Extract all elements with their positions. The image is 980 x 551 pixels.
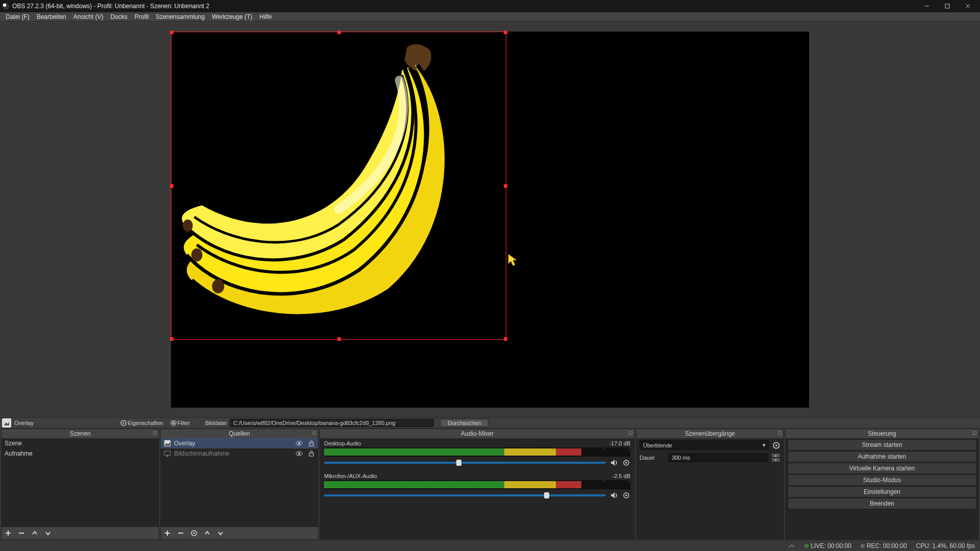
source-item[interactable]: Bildschirmaufnahme <box>161 448 318 459</box>
svg-point-10 <box>122 422 124 424</box>
image-path-field[interactable]: C:/Users/wtf82/OneDrive/Desktop/banana-g… <box>230 419 434 427</box>
exit-button[interactable]: Beenden <box>788 498 976 509</box>
menu-profile[interactable]: Profil <box>131 13 152 20</box>
add-source-button[interactable] <box>164 530 171 537</box>
gear-icon[interactable] <box>622 459 630 467</box>
audio-mixer-dock: Audio-Mixer ◻ Desktop-Audio -17.0 dB Mik… <box>320 429 635 540</box>
menu-file[interactable]: Datei (F) <box>2 13 33 20</box>
lock-icon[interactable] <box>308 440 315 447</box>
settings-button[interactable]: Einstellungen <box>788 486 976 497</box>
source-label: Bildschirmaufnahme <box>174 450 230 457</box>
rec-status: REC: 00:00:00 <box>867 542 907 549</box>
gear-icon[interactable] <box>622 491 630 499</box>
speaker-icon[interactable] <box>610 459 618 467</box>
selected-source-name: Overlay <box>14 420 34 426</box>
svg-point-31 <box>193 533 195 534</box>
popout-icon[interactable]: ◻ <box>153 430 157 435</box>
filters-button[interactable]: Filter <box>168 420 192 426</box>
start-recording-button[interactable]: Aufnahme starten <box>788 451 976 462</box>
menu-scene-collection[interactable]: Szenensammlung <box>152 13 208 20</box>
svg-point-37 <box>625 494 627 496</box>
add-scene-button[interactable] <box>5 530 12 537</box>
studio-mode-button[interactable]: Studio-Modus <box>788 474 976 486</box>
mixer-header[interactable]: Audio-Mixer ◻ <box>320 429 634 438</box>
menu-docks[interactable]: Docks <box>107 13 131 20</box>
close-button[interactable] <box>958 0 978 12</box>
controls-title: Steuerung <box>868 430 896 437</box>
browse-button[interactable]: Durchsuchen <box>440 419 488 427</box>
popout-icon[interactable]: ◻ <box>973 430 976 435</box>
svg-point-34 <box>625 462 627 464</box>
transitions-header[interactable]: Szenenübergänge ◻ <box>636 429 783 438</box>
minimize-button[interactable] <box>917 0 937 12</box>
gear-icon[interactable] <box>772 441 780 449</box>
svg-point-20 <box>298 442 300 444</box>
menu-help[interactable]: Hilfe <box>256 13 275 20</box>
controls-dock: Steuerung ◻ Stream starten Aufnahme star… <box>785 429 979 540</box>
menu-edit[interactable]: Bearbeiten <box>33 13 70 20</box>
volume-meter <box>324 480 630 489</box>
resize-handle[interactable] <box>337 337 341 341</box>
scene-down-button[interactable] <box>44 530 52 537</box>
transitions-title: Szenenübergänge <box>685 430 735 437</box>
resize-handle[interactable] <box>170 184 174 188</box>
source-toolbar: Overlay Eigenschaften Filter Bilddatei C… <box>0 417 980 429</box>
scene-item[interactable]: Aufnahme <box>2 448 159 459</box>
source-down-button[interactable] <box>217 530 224 537</box>
scenes-title: Szenen <box>70 430 91 437</box>
volume-slider[interactable] <box>324 462 606 464</box>
preview-area[interactable] <box>0 21 980 417</box>
popout-icon[interactable]: ◻ <box>312 430 316 435</box>
menu-tools[interactable]: Werkzeuge (T) <box>208 13 256 20</box>
resize-handle[interactable] <box>504 337 507 341</box>
source-up-button[interactable] <box>204 530 211 537</box>
maximize-button[interactable] <box>937 0 958 12</box>
svg-point-6 <box>212 279 224 293</box>
preview-canvas[interactable] <box>171 32 809 408</box>
speaker-icon[interactable] <box>610 491 618 499</box>
scene-up-button[interactable] <box>31 530 38 537</box>
sources-dock: Quellen ◻ Overlay Bildschirmaufnahme <box>160 429 318 540</box>
duration-field[interactable]: 300 ms <box>668 453 768 462</box>
properties-button[interactable]: Eigenschaften <box>118 420 165 426</box>
svg-point-39 <box>775 444 777 446</box>
scenes-dock: Szenen ◻ Szene Aufnahme <box>1 429 159 540</box>
volume-slider[interactable] <box>324 494 606 496</box>
gear-icon <box>120 420 127 426</box>
resize-handle[interactable] <box>170 337 174 341</box>
resize-handle[interactable] <box>504 31 507 34</box>
scene-item[interactable]: Szene <box>2 438 159 448</box>
svg-rect-22 <box>164 451 170 455</box>
lock-icon[interactable] <box>308 450 315 457</box>
transition-select[interactable]: Überblende ▾ <box>640 440 769 450</box>
scenes-header[interactable]: Szenen ◻ <box>2 429 159 438</box>
svg-rect-1 <box>945 4 949 8</box>
svg-marker-32 <box>611 460 615 466</box>
visibility-icon[interactable] <box>296 440 303 447</box>
duration-value: 300 ms <box>672 455 690 461</box>
resize-handle[interactable] <box>337 31 341 34</box>
sources-header[interactable]: Quellen ◻ <box>161 429 318 438</box>
popout-icon[interactable]: ◻ <box>778 430 781 435</box>
source-item[interactable]: Overlay <box>161 438 318 448</box>
channel-level: -17.0 dB <box>609 440 630 446</box>
resize-handle[interactable] <box>504 184 507 188</box>
resize-handle[interactable] <box>170 31 174 34</box>
popout-icon[interactable]: ◻ <box>629 430 632 435</box>
controls-header[interactable]: Steuerung ◻ <box>786 429 978 438</box>
menubar: Datei (F) Bearbeiten Ansicht (V) Docks P… <box>0 12 980 21</box>
svg-point-25 <box>298 453 300 455</box>
visibility-icon[interactable] <box>296 450 303 457</box>
source-properties-button[interactable] <box>190 530 198 537</box>
mixer-channel: Desktop-Audio -17.0 dB <box>320 438 634 471</box>
remove-source-button[interactable] <box>177 530 184 537</box>
mixer-channel: Mikrofon-/AUX-Audio -2.5 dB <box>320 471 634 504</box>
start-virtual-cam-button[interactable]: Virtuelle Kamera starten <box>788 463 976 474</box>
start-stream-button[interactable]: Stream starten <box>788 439 976 450</box>
menu-view[interactable]: Ansicht (V) <box>70 13 107 20</box>
selection-box[interactable] <box>171 32 506 340</box>
channel-level: -2.5 dB <box>612 473 630 479</box>
duration-spinner[interactable]: ▴▾ <box>771 453 780 462</box>
window-title: OBS 27.2.3 (64-bit, windows) - Profil: U… <box>12 3 917 10</box>
remove-scene-button[interactable] <box>18 530 25 537</box>
